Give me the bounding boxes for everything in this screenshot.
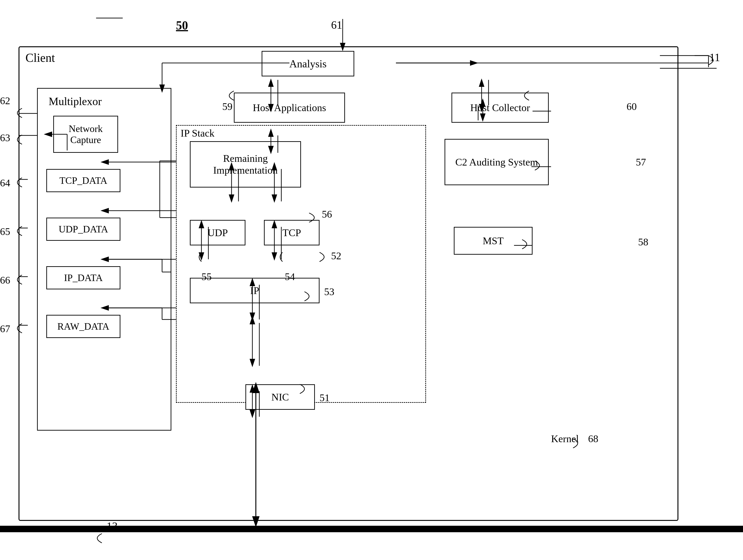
tcp-data-box: TCP_DATA <box>46 169 120 192</box>
label-57: 57 <box>636 156 646 168</box>
nic-box: NIC <box>246 384 315 410</box>
host-applications-box: Host Applications <box>234 93 345 123</box>
label-60: 60 <box>626 101 637 113</box>
label-51: 51 <box>319 392 330 404</box>
client-label: Client <box>26 51 55 64</box>
network-line <box>0 526 743 532</box>
label-52: 52 <box>331 250 341 262</box>
label-54: 54 <box>285 271 295 283</box>
host-collector-box: Host Collector <box>451 93 549 123</box>
raw-data-box: RAW_DATA <box>46 315 120 338</box>
label-53: 53 <box>324 286 334 298</box>
label-63: 63 <box>0 132 10 144</box>
label-59: 59 <box>222 101 232 113</box>
c2-auditing-box: C2 Auditing System <box>444 139 549 185</box>
udp-box: UDP <box>190 220 246 245</box>
label-11: 11 <box>709 51 720 64</box>
udp-data-box: UDP_DATA <box>46 218 120 241</box>
network-capture-label: Network Capture <box>54 123 117 145</box>
analysis-box: Analysis <box>262 51 354 76</box>
label-62: 62 <box>0 95 10 107</box>
label-67: 67 <box>0 323 10 335</box>
remaining-implementation-label: Remaining Implementation <box>190 153 300 176</box>
label-61: 61 <box>331 18 342 31</box>
kernel-label: Kernel <box>551 433 579 445</box>
label-56: 56 <box>322 208 332 220</box>
tcp-box: TCP <box>264 220 319 245</box>
c2-auditing-label: C2 Auditing System <box>455 156 538 168</box>
ip-stack-label: IP Stack <box>181 127 214 139</box>
mst-box: MST <box>454 227 532 255</box>
label-65: 65 <box>0 226 10 238</box>
remaining-implementation-box: Remaining Implementation <box>190 141 301 187</box>
multiplexor-label: Multiplexor <box>49 95 102 107</box>
label-64: 64 <box>0 177 10 189</box>
label-66: 66 <box>0 274 10 286</box>
network-capture-box: Network Capture <box>53 116 118 153</box>
label-68: 68 <box>588 433 598 445</box>
label-50: 50 <box>176 18 188 32</box>
label-55: 55 <box>202 271 212 283</box>
label-58: 58 <box>638 236 648 248</box>
ip-data-box: IP_DATA <box>46 266 120 289</box>
